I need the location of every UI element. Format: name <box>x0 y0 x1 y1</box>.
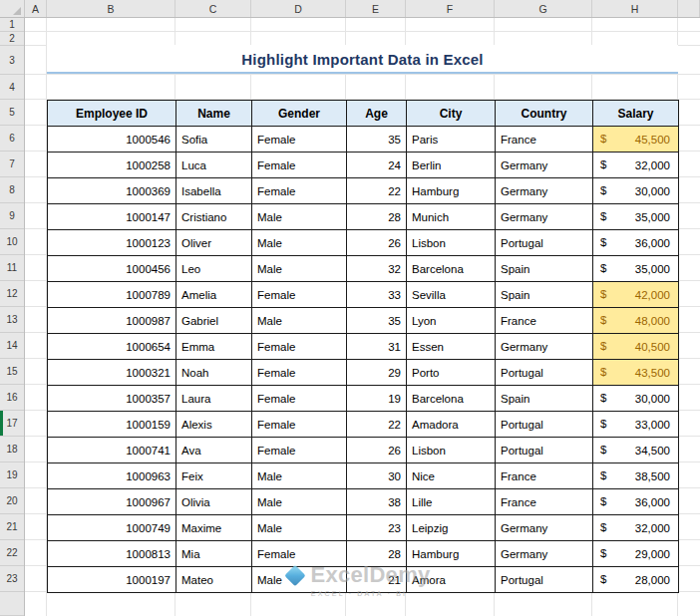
column-header-F[interactable]: F <box>406 0 495 17</box>
cell-country[interactable]: France <box>496 127 593 153</box>
cell-name[interactable]: Luca <box>176 153 252 178</box>
cell-salary[interactable]: $ 29,000 <box>593 541 679 567</box>
cell-country[interactable]: Portugal <box>496 438 593 463</box>
cell-age[interactable]: 35 <box>347 127 407 153</box>
cell-employee-id[interactable]: 1000546 <box>48 127 176 153</box>
cell-salary[interactable]: $ 36,000 <box>593 489 679 515</box>
cell-country[interactable]: France <box>496 489 593 515</box>
cell-age[interactable]: 21 <box>347 567 407 593</box>
cell-employee-id[interactable]: 1000123 <box>48 230 176 256</box>
row-header-20[interactable]: 20 <box>0 488 24 514</box>
cell-gender[interactable]: Male <box>252 489 347 515</box>
cell-salary[interactable]: $ 38,500 <box>593 463 679 489</box>
cell-name[interactable]: Leo <box>176 256 252 282</box>
cell-country[interactable]: Germany <box>496 334 593 360</box>
cell-city[interactable]: Barcelona <box>407 256 496 282</box>
cell-employee-id[interactable]: 1000321 <box>48 360 176 386</box>
cell-name[interactable]: Ava <box>176 438 252 463</box>
cell-employee-id[interactable]: 1000369 <box>48 178 176 204</box>
cell-name[interactable]: Emma <box>176 334 252 360</box>
row-header-16[interactable]: 16 <box>0 385 24 411</box>
cell-city[interactable]: Lisbon <box>407 230 496 256</box>
cell-employee-id[interactable]: 1000357 <box>48 386 176 412</box>
row-header-6[interactable]: 6 <box>0 126 24 152</box>
cell-salary[interactable]: $ 34,500 <box>593 438 679 463</box>
cell-name[interactable]: Laura <box>176 386 252 412</box>
cell-gender[interactable]: Male <box>252 230 347 256</box>
cell-name[interactable]: Cristiano <box>176 204 252 230</box>
cell-salary[interactable]: $ 43,500 <box>593 360 679 386</box>
cell-city[interactable]: Porto <box>407 360 496 386</box>
header-salary[interactable]: Salary <box>593 101 679 127</box>
header-name[interactable]: Name <box>176 101 252 127</box>
row-header-12[interactable]: 12 <box>0 281 24 307</box>
cell-city[interactable]: Amora <box>407 567 496 593</box>
sheet-title[interactable]: Highlight Important Data in Excel <box>47 45 678 74</box>
cell-name[interactable]: Feix <box>176 463 252 489</box>
cell-age[interactable]: 22 <box>347 412 407 438</box>
cell-city[interactable]: Paris <box>407 127 496 153</box>
cell-name[interactable]: Alexis <box>176 412 252 438</box>
row-header-7[interactable]: 7 <box>0 152 24 177</box>
column-header-E[interactable]: E <box>346 0 406 17</box>
cell-gender[interactable]: Female <box>252 541 347 567</box>
cell-gender[interactable]: Female <box>252 360 347 386</box>
cell-city[interactable]: Munich <box>407 204 496 230</box>
cell-city[interactable]: Barcelona <box>407 386 496 412</box>
cell-age[interactable]: 24 <box>347 153 407 178</box>
cell-employee-id[interactable]: 1000813 <box>48 541 176 567</box>
row-header-2[interactable]: 2 <box>0 32 24 46</box>
row-header-14[interactable]: 14 <box>0 333 24 359</box>
cell-gender[interactable]: Female <box>252 178 347 204</box>
row-header-11[interactable]: 11 <box>0 255 24 281</box>
row-header-10[interactable]: 10 <box>0 229 24 255</box>
cell-employee-id[interactable]: 1000987 <box>48 308 176 334</box>
cell-salary[interactable]: $ 30,000 <box>593 178 679 204</box>
cell-name[interactable]: Amelia <box>176 282 252 308</box>
cell-country[interactable]: Spain <box>496 256 593 282</box>
cell-salary[interactable]: $ 28,000 <box>593 567 679 593</box>
cell-country[interactable]: Germany <box>496 204 593 230</box>
cell-employee-id[interactable]: 1000749 <box>48 515 176 541</box>
cell-country[interactable]: Spain <box>496 386 593 412</box>
cell-salary[interactable]: $ 32,000 <box>593 515 679 541</box>
row-header-15[interactable]: 15 <box>0 359 24 385</box>
row-header-3[interactable]: 3 <box>0 46 24 75</box>
cell-salary[interactable]: $ 33,000 <box>593 412 679 438</box>
cell-age[interactable]: 19 <box>347 386 407 412</box>
row-header-19[interactable]: 19 <box>0 462 24 488</box>
cell-gender[interactable]: Male <box>252 515 347 541</box>
cell-employee-id[interactable]: 1000258 <box>48 153 176 178</box>
cell-gender[interactable]: Female <box>252 386 347 412</box>
cell-name[interactable]: Noah <box>176 360 252 386</box>
cell-gender[interactable]: Male <box>252 204 347 230</box>
cell-name[interactable]: Maxime <box>176 515 252 541</box>
select-all-button[interactable] <box>0 0 25 17</box>
header-city[interactable]: City <box>407 101 496 127</box>
cell-city[interactable]: Lille <box>407 489 496 515</box>
column-header-H[interactable]: H <box>592 0 678 17</box>
cell-gender[interactable]: Male <box>252 256 347 282</box>
cell-age[interactable]: 30 <box>347 463 407 489</box>
column-header-A[interactable]: A <box>25 0 47 17</box>
cell-city[interactable]: Lyon <box>407 308 496 334</box>
cell-country[interactable]: France <box>496 308 593 334</box>
cell-name[interactable]: Gabriel <box>176 308 252 334</box>
cell-city[interactable]: Hamburg <box>407 178 496 204</box>
row-header-17[interactable]: 17 <box>0 411 24 437</box>
header-gender[interactable]: Gender <box>252 101 347 127</box>
cell-salary[interactable]: $ 32,000 <box>593 153 679 178</box>
cell-name[interactable]: Isabella <box>176 178 252 204</box>
cell-city[interactable]: Hamburg <box>407 541 496 567</box>
row-header-23[interactable]: 23 <box>0 566 24 592</box>
column-header-B[interactable]: B <box>47 0 175 17</box>
column-header-D[interactable]: D <box>251 0 346 17</box>
cell-city[interactable]: Nice <box>407 463 496 489</box>
cell-name[interactable]: Sofia <box>176 127 252 153</box>
cell-country[interactable]: Germany <box>496 153 593 178</box>
cell-country[interactable]: Portugal <box>496 412 593 438</box>
cell-employee-id[interactable]: 1000789 <box>48 282 176 308</box>
cell-gender[interactable]: Male <box>252 567 347 593</box>
cell-name[interactable]: Olivia <box>176 489 252 515</box>
row-header-21[interactable]: 21 <box>0 514 24 540</box>
